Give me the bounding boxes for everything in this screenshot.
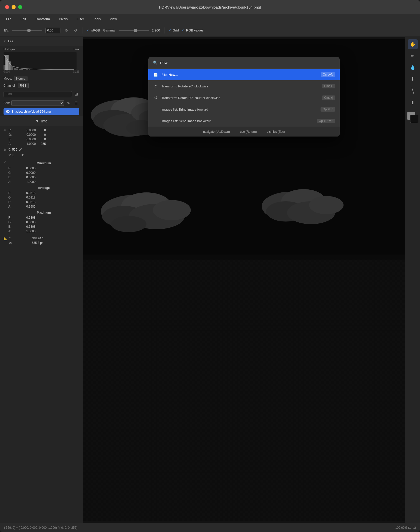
cp-item-shortcut-0: Cmd+N <box>321 72 335 77</box>
max-b-row: B: 0.6308 <box>8 224 79 229</box>
window-title: HDRView [/Users/wjarosz/Downloads/archiv… <box>159 5 261 9</box>
color-swatches <box>407 112 418 123</box>
max-a-value: 1.0000 <box>15 229 36 233</box>
cp-search-input[interactable] <box>160 60 335 65</box>
canvas-area[interactable]: 🔍 📄 File: New... Cmd+N ↻ Transform: Rota <box>83 37 405 523</box>
separator1 <box>83 27 83 34</box>
download-tool-button[interactable]: ⬇ <box>408 74 418 84</box>
measurement-content: °: 348.94 ° Δ: 635.8 px <box>9 236 43 245</box>
b-int: 0 <box>36 138 46 141</box>
cp-item-icon-1: ↻ <box>153 83 158 89</box>
ev-input[interactable] <box>45 28 60 33</box>
min-r-value: 0.0000 <box>15 167 36 170</box>
angle-value: 348.94 ° <box>13 237 43 240</box>
gamma-slider[interactable] <box>119 30 149 31</box>
max-r-value: 0.6308 <box>15 216 36 219</box>
min-b-label: B: <box>8 176 15 179</box>
min-g-label: G: <box>8 171 15 175</box>
mode-label: Mode: <box>4 77 12 80</box>
hand-tool-button[interactable]: ✋ <box>408 39 418 49</box>
main-area: ▼ File Histogram: Line <box>0 37 420 523</box>
cp-item-3[interactable]: Images list: Bring image forward Opt+Up <box>148 104 340 115</box>
histogram-area: Histogram: Line <box>0 46 83 75</box>
cp-item-4[interactable]: Images list: Send image backward Opt+Dow… <box>148 115 340 127</box>
delta-value: 635.8 px <box>13 241 43 245</box>
cp-item-icon-3 <box>153 107 158 112</box>
ev-slider[interactable] <box>12 30 42 31</box>
stats-icon: ⟋ <box>4 160 7 164</box>
svg-rect-6 <box>19 69 21 70</box>
gamma-label: Gamma: <box>103 28 116 32</box>
find-input[interactable] <box>4 91 72 97</box>
cp-footer: navigate (Up/Down) use (Return) dismiss … <box>148 127 340 137</box>
hist-max-val: 0.125 <box>73 70 79 73</box>
cp-item-0[interactable]: 📄 File: New... Cmd+N <box>148 69 340 80</box>
file-list-item[interactable]: 🖼 1 ads/archive/cloud-154.png <box>4 108 79 115</box>
close-button[interactable] <box>5 5 9 9</box>
ev-reset-button[interactable]: ⟳ <box>63 27 69 34</box>
histogram-label: Histogram: <box>4 48 18 51</box>
menu-filter[interactable]: Filter <box>75 16 86 22</box>
statusbar-left: ( 559, 0) = ( 0.000, 0.000, 0.000, 1.000… <box>4 526 77 529</box>
mode-value[interactable]: Norma <box>14 76 27 81</box>
menu-edit[interactable]: Edit <box>18 16 28 22</box>
menu-file[interactable]: File <box>4 16 13 22</box>
channel-value[interactable]: RGB <box>18 83 29 88</box>
rgb-values-toggle[interactable]: ✓ RGB values <box>182 28 203 32</box>
srgb-toggle[interactable]: ✓ sRGB <box>87 28 100 32</box>
pencil-tool-button[interactable]: ✏ <box>408 51 418 61</box>
command-palette: 🔍 📄 File: New... Cmd+N ↻ Transform: Rota <box>148 57 340 137</box>
cp-item-label-2: Transform: Rotate 90° counter clockwise <box>161 96 319 100</box>
sort-edit-button[interactable]: ✎ <box>65 100 72 106</box>
ev-label: EV: <box>4 28 9 32</box>
a-label: A: <box>9 142 16 146</box>
histogram-canvas <box>4 52 77 70</box>
y-label: Y: <box>8 153 11 157</box>
svg-rect-7 <box>21 69 23 70</box>
minimum-label: Minumum <box>8 161 79 165</box>
grid-check-icon: ✓ <box>168 28 171 32</box>
file-item-name: ads/archive/cloud-154.png <box>15 110 51 113</box>
menu-tools[interactable]: Tools <box>91 16 103 22</box>
measurement-section: 📐 °: 348.94 ° Δ: 635.8 px <box>4 234 79 245</box>
maximize-button[interactable] <box>18 5 22 9</box>
y-coord-row: Y: 0 H: <box>8 153 79 157</box>
svg-rect-11 <box>29 69 30 70</box>
a-info-row: A: 1.0000 255 <box>4 142 79 146</box>
max-b-value: 0.6308 <box>15 225 36 228</box>
sort-list-button[interactable]: ☰ <box>73 100 79 106</box>
min-a-value: 1.0000 <box>15 180 36 184</box>
sort-select[interactable] <box>11 100 64 106</box>
histogram-tool-button[interactable]: ▮ <box>408 97 418 107</box>
info-section-header[interactable]: ▼ Info <box>0 116 83 126</box>
grid-label: Grid <box>173 28 179 32</box>
cp-item-1[interactable]: ↻ Transform: Rotate 90° clockwise Cmd+] <box>148 80 340 92</box>
b-value: 0.0000 <box>16 138 36 141</box>
menu-view[interactable]: View <box>108 16 119 22</box>
ev-undo-button[interactable]: ↺ <box>73 27 79 34</box>
background-swatch[interactable] <box>410 115 418 123</box>
find-button[interactable]: ⊞ <box>73 91 79 97</box>
menu-pixels[interactable]: Pixels <box>57 16 70 22</box>
g-label: G: <box>9 133 16 137</box>
menubar: File Edit Transform Pixels Filter Tools … <box>0 14 420 24</box>
minimize-button[interactable] <box>12 5 16 9</box>
file-section-header[interactable]: ▼ File <box>0 37 83 46</box>
a-value: 1.0000 <box>16 142 36 146</box>
menu-transform[interactable]: Transform <box>33 16 52 22</box>
rgb-values-label: RGB values <box>186 28 203 32</box>
ruler-icon: 📐 <box>4 237 8 240</box>
g-info-row: G: 0.0000 0 <box>4 132 79 137</box>
g-int: 0 <box>36 133 46 137</box>
eyedropper-tool-button[interactable]: 💧 <box>408 62 418 73</box>
separator2 <box>164 27 164 34</box>
grid-toggle[interactable]: ✓ Grid <box>168 28 179 32</box>
cp-item-icon-4 <box>153 118 158 124</box>
file-item-index: 1 <box>12 110 13 113</box>
cp-item-2[interactable]: ↺ Transform: Rotate 90° counter clockwis… <box>148 92 340 104</box>
min-g-row: G: 0.0000 <box>8 171 79 175</box>
line-tool-button[interactable]: ╱ <box>405 84 420 98</box>
channel-row: Channel: RGB <box>0 82 83 89</box>
cp-item-shortcut-3: Opt+Up <box>321 107 335 112</box>
cp-item-icon-2: ↺ <box>153 95 158 101</box>
